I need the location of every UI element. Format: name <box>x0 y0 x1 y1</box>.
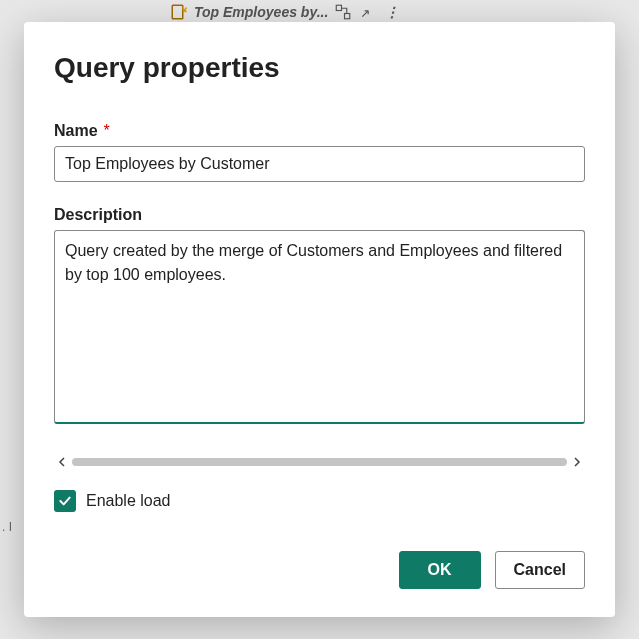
name-input[interactable] <box>54 146 585 182</box>
more-icon: ⋮ <box>382 3 400 21</box>
scroll-track[interactable] <box>72 458 567 466</box>
background-left-marker: . I <box>2 520 12 534</box>
query-icon <box>170 3 188 21</box>
description-field: Description <box>54 206 585 428</box>
diagram-icon <box>334 3 352 21</box>
enable-load-label: Enable load <box>86 492 171 510</box>
required-asterisk: * <box>104 122 110 140</box>
horizontal-scrollbar[interactable] <box>54 452 585 472</box>
svg-rect-2 <box>345 14 350 19</box>
scroll-left-icon[interactable] <box>54 454 70 470</box>
description-input[interactable] <box>54 230 585 424</box>
ok-button[interactable]: OK <box>399 551 481 589</box>
name-label: Name * <box>54 122 585 140</box>
cancel-button[interactable]: Cancel <box>495 551 585 589</box>
expand-icon <box>358 3 376 21</box>
enable-load-row: Enable load <box>54 490 585 512</box>
enable-load-checkbox[interactable] <box>54 490 76 512</box>
dialog-title: Query properties <box>54 52 585 84</box>
scroll-right-icon[interactable] <box>569 454 585 470</box>
svg-rect-1 <box>337 5 342 10</box>
description-label: Description <box>54 206 585 224</box>
dialog-buttons: OK Cancel <box>54 551 585 589</box>
background-tab-title: Top Employees by... <box>194 4 328 20</box>
svg-rect-0 <box>172 5 183 19</box>
name-field: Name * <box>54 122 585 206</box>
background-tab: Top Employees by... ⋮ <box>170 0 400 24</box>
query-properties-dialog: Query properties Name * Description Enab… <box>24 22 615 617</box>
